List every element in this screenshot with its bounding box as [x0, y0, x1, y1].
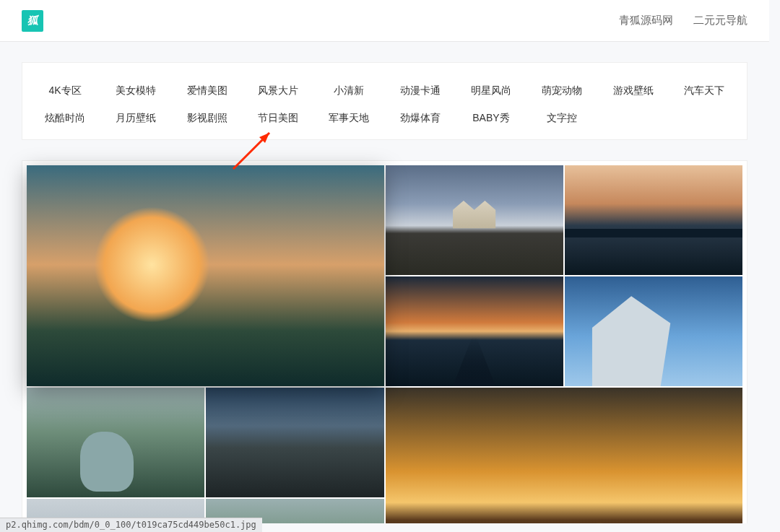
cat-movie[interactable]: 影视剧照 — [172, 105, 243, 132]
cat-military[interactable]: 军事天地 — [313, 105, 384, 132]
tile-bridge-dusk[interactable] — [565, 165, 742, 275]
cat-text[interactable]: 文字控 — [526, 105, 597, 132]
tile-city-dusk[interactable] — [206, 388, 384, 497]
cat-model[interactable]: 美女模特 — [100, 77, 171, 105]
cat-fresh[interactable]: 小清新 — [313, 77, 384, 105]
category-card: 4K专区 美女模特 爱情美图 风景大片 小清新 动漫卡通 明星风尚 萌宠动物 游… — [22, 62, 748, 140]
tile-road-sunset[interactable] — [386, 276, 563, 386]
tile-castle[interactable] — [386, 165, 563, 275]
browser-status-bar: p2.qhimg.com/bdm/0_0_100/t019ca75cd449be… — [0, 518, 262, 532]
status-url-text: p2.qhimg.com/bdm/0_0_100/t019ca75cd449be… — [6, 520, 256, 530]
cat-baby[interactable]: BABY秀 — [456, 105, 526, 132]
top-link-0[interactable]: 青狐源码网 — [619, 14, 673, 27]
cat-4k[interactable]: 4K专区 — [30, 77, 100, 105]
gallery-grid — [27, 165, 742, 523]
top-link-1[interactable]: 二元元导航 — [693, 14, 748, 27]
main-content: 4K专区 美女模特 爱情美图 风景大片 小清新 动漫卡通 明星风尚 萌宠动物 游… — [0, 42, 769, 523]
tile-hill-sun[interactable] — [386, 388, 743, 523]
top-header: 狐 青狐源码网 二元元导航 — [0, 0, 769, 42]
cat-festival[interactable]: 节日美图 — [243, 105, 313, 132]
cat-landscape[interactable]: 风景大片 — [243, 77, 313, 105]
cat-game[interactable]: 游戏壁纸 — [597, 77, 668, 105]
cat-sports[interactable]: 劲爆体育 — [384, 105, 455, 132]
category-grid: 4K专区 美女模特 爱情美图 风景大片 小清新 动漫卡通 明星风尚 萌宠动物 游… — [30, 77, 740, 132]
cat-anime[interactable]: 动漫卡通 — [384, 77, 455, 105]
cat-fashion[interactable]: 炫酷时尚 — [30, 105, 100, 132]
site-logo[interactable]: 狐 — [22, 10, 43, 32]
cat-love[interactable]: 爱情美图 — [172, 77, 243, 105]
tile-anime-hood[interactable] — [565, 276, 742, 386]
tile-river-mist[interactable] — [27, 388, 204, 497]
cat-calendar[interactable]: 月历壁纸 — [100, 105, 171, 132]
cat-pet[interactable]: 萌宠动物 — [526, 77, 597, 105]
image-gallery — [22, 160, 748, 523]
cat-star[interactable]: 明星风尚 — [456, 77, 526, 105]
page-viewport[interactable]: 狐 青狐源码网 二元元导航 4K专区 美女模特 爱情美图 风景大片 小清新 动漫… — [0, 0, 769, 523]
tile-hero-sunset-rocks[interactable] — [27, 165, 384, 386]
cat-car[interactable]: 汽车天下 — [669, 77, 740, 105]
